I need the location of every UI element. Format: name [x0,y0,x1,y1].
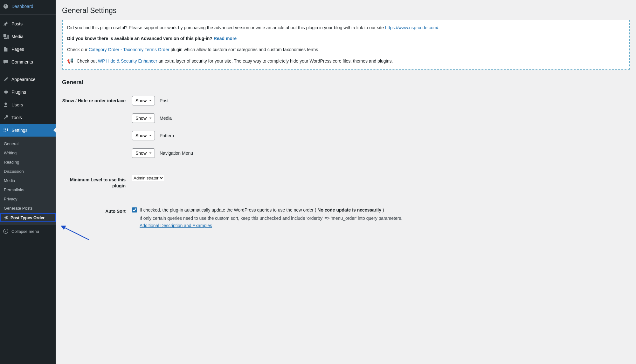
field-text-post: Post [160,98,169,103]
plugin-notice: Did you find this plugin useful? Please … [62,20,630,70]
show-hide-label: Show / Hide re-order interface [62,96,132,104]
sidebar-item-posts[interactable]: Posts [0,17,56,30]
select-pattern[interactable]: Show [132,131,155,140]
subitem-label: Post Types Order [10,215,45,220]
subitem-reading[interactable]: Reading [0,158,56,167]
min-level-field: Administrator [132,175,630,181]
show-hide-fields: Show Post Show Media Show Pattern Show N… [132,96,630,158]
collapse-label: Collapse menu [11,229,39,234]
advanced-text: Did you know there is available an Advan… [67,35,625,42]
sidebar-item-pages[interactable]: Pages [0,43,56,56]
megaphone-icon: 📢 [67,57,73,65]
collapse-icon [3,228,9,234]
collapse-menu-button[interactable]: Collapse menu [0,225,56,238]
subitem-permalinks[interactable]: Permalinks [0,185,56,194]
auto-sort-row: Auto Sort If checked, the plug-in automa… [62,203,630,233]
select-media[interactable]: Show [132,113,155,123]
sidebar-item-comments[interactable]: Comments [0,56,56,68]
atom-icon [4,215,9,220]
support-link[interactable]: https://www.nsp-code.com/ [385,25,438,30]
pin-icon [3,21,9,27]
sidebar-item-tools[interactable]: Tools [0,111,56,124]
wphide-text: 📢 Check out WP Hide & Security Enhancer … [67,57,625,65]
select-navmenu[interactable]: Show [132,148,155,158]
auto-sort-checkbox[interactable] [132,207,137,212]
read-more-link[interactable]: Read more [214,36,237,41]
sidebar-label: Appearance [11,77,36,82]
subitem-privacy[interactable]: Privacy [0,194,56,204]
sidebar-label: Comments [11,59,33,64]
select-min-level[interactable]: Administrator [132,175,164,181]
comment-icon [3,59,9,65]
auto-sort-checkbox-row: If checked, the plug-in automatically up… [132,206,630,229]
min-level-row: Minimum Level to use this plugin Adminis… [62,171,630,193]
settings-submenu: General Writing Reading Discussion Media… [0,137,56,225]
user-icon [3,102,9,108]
sidebar-label: Plugins [11,90,26,95]
select-post[interactable]: Show [132,96,155,105]
auto-sort-label: Auto Sort [62,206,132,215]
sidebar-item-dashboard[interactable]: Dashboard [0,0,56,13]
sidebar-item-settings[interactable]: Settings [0,124,56,137]
dashboard-icon [3,3,9,10]
field-media: Show Media [132,113,630,123]
sidebar-label: Tools [11,115,22,120]
subitem-general[interactable]: General [0,139,56,148]
media-icon [3,33,9,40]
subitem-writing[interactable]: Writing [0,148,56,158]
admin-sidebar: Dashboard Posts Media Pages [0,0,56,364]
field-text-navmenu: Navigation Menu [160,151,193,156]
section-heading: General [62,79,630,86]
svg-point-3 [6,217,7,218]
sidebar-label: Dashboard [11,4,33,9]
sidebar-label: Users [11,102,23,107]
sidebar-label: Posts [11,21,23,26]
field-pattern: Show Pattern [132,131,630,140]
field-post: Show Post [132,96,630,105]
field-text-pattern: Pattern [160,133,174,138]
brush-icon [3,76,9,83]
subitem-post-types-order[interactable]: Post Types Order [0,213,56,222]
additional-desc-link[interactable]: Additional Description and Examples [140,223,212,228]
sidebar-item-media[interactable]: Media [0,30,56,43]
support-text: Did you find this plugin useful? Please … [67,24,625,31]
sidebar-item-appearance[interactable]: Appearance [0,73,56,86]
category-order-link[interactable]: Category Order - Taxonomy Terms Order [89,47,169,52]
wphide-link[interactable]: WP Hide & Security Enhancer [98,58,157,64]
page-title: General Settings [62,6,630,15]
show-hide-row: Show / Hide re-order interface Show Post… [62,92,630,162]
category-text: Check our Category Order - Taxonomy Term… [67,46,625,53]
min-level-label: Minimum Level to use this plugin [62,175,132,189]
sidebar-label: Pages [11,47,24,52]
sidebar-item-users[interactable]: Users [0,98,56,111]
sliders-icon [3,127,9,133]
page-icon [3,46,9,52]
sidebar-item-plugins[interactable]: Plugins [0,86,56,98]
auto-sort-description: If checked, the plug-in automatically up… [140,206,402,229]
field-navmenu: Show Navigation Menu [132,148,630,158]
main-content: General Settings Did you find this plugi… [56,0,636,364]
sidebar-label: Settings [11,128,28,133]
sidebar-label: Media [11,34,24,39]
settings-form: Show / Hide re-order interface Show Post… [62,92,630,233]
sidebar-separator [0,14,56,16]
subitem-generate-posts[interactable]: Generate Posts [0,204,56,213]
auto-sort-field: If checked, the plug-in automatically up… [132,206,630,229]
sidebar-separator [0,70,56,71]
plug-icon [3,89,9,95]
field-text-media: Media [160,116,172,121]
wrench-icon [3,114,9,121]
subitem-media[interactable]: Media [0,176,56,185]
subitem-discussion[interactable]: Discussion [0,167,56,176]
